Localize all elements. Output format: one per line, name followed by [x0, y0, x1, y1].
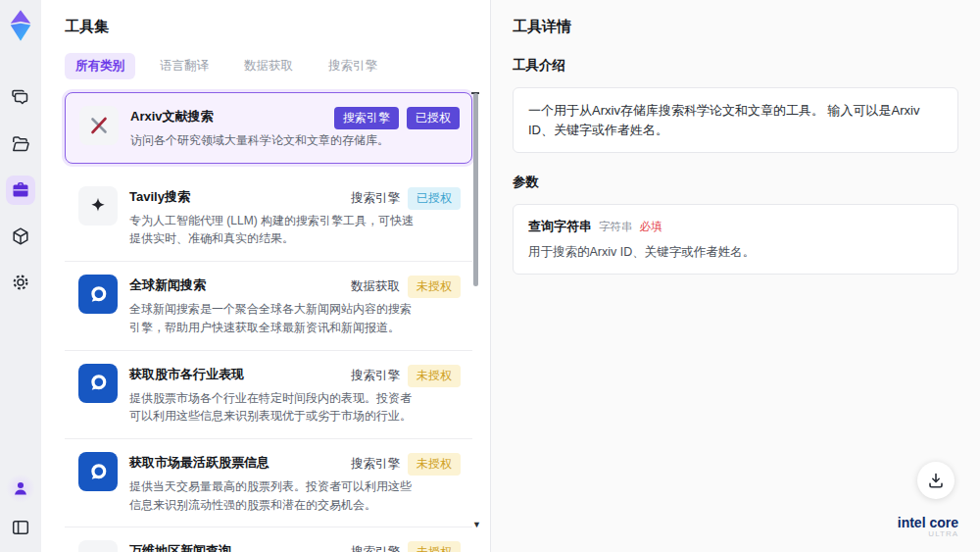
cube-icon[interactable] [6, 222, 35, 251]
tool-description: 提供股票市场各个行业在特定时间段内的表现。投资者可以利用这些信息来识别表现优于或… [129, 389, 419, 426]
tool-description: 提供当天交易量最高的股票列表。投资者可以利用这些信息来识别流动性强的股票和潜在的… [129, 477, 419, 514]
arxiv-icon [79, 106, 119, 145]
tool-auth-badge: 已授权 [408, 187, 461, 210]
tool-tags: 搜索引擎已授权 [351, 187, 461, 210]
tool-category-tag: 搜索引擎 [351, 544, 400, 552]
building-icon [78, 540, 118, 552]
download-button[interactable] [917, 462, 955, 499]
rail-bottom [6, 474, 35, 542]
tab-0[interactable]: 所有类别 [65, 53, 135, 79]
tool-card[interactable]: 获取市场最活跃股票信息提供当天交易量最高的股票列表。投资者可以利用这些信息来识别… [65, 439, 472, 527]
tool-list: Arxiv文献搜索访问各个研究领域大量科学论文和文章的存储库。搜索引擎已授权Ta… [65, 92, 472, 552]
tool-category-tag: 搜索引擎 [351, 190, 400, 207]
news-bubble-icon [78, 275, 118, 314]
tool-description: 访问各个研究领域大量科学论文和文章的存储库。 [130, 131, 420, 150]
news-bubble-icon [78, 364, 118, 403]
tool-card[interactable]: Tavily搜索专为人工智能代理 (LLM) 构建的搜索引擎工具，可快速提供实时… [65, 174, 472, 262]
toolbox-icon[interactable] [6, 176, 35, 205]
category-tabs: 所有类别语言翻译数据获取搜索引擎 [65, 53, 490, 79]
download-icon [927, 472, 945, 489]
tool-card[interactable]: 获取股市各行业表现提供股票市场各个行业在特定时间段内的表现。投资者可以利用这些信… [65, 351, 472, 439]
param-type: 字符串 [599, 220, 633, 234]
tab-2[interactable]: 数据获取 [233, 53, 304, 79]
tool-list-pane: 工具集 所有类别语言翻译数据获取搜索引擎 Arxiv文献搜索访问各个研究领域大量… [41, 0, 490, 552]
tool-card[interactable]: 万维地区新闻查询查询具体行政区划内的新闻，快速了解各地新闻动搜索引擎未授权 [65, 527, 472, 552]
intel-brand-text: intel core [898, 515, 958, 530]
scrollbar-thumb[interactable] [473, 93, 478, 286]
tool-category-tag: 搜索引擎 [351, 368, 400, 384]
tool-tags: 数据获取未授权 [351, 276, 461, 298]
app-logo [6, 9, 35, 42]
tool-card[interactable]: Arxiv文献搜索访问各个研究领域大量科学论文和文章的存储库。搜索引擎已授权 [65, 92, 472, 164]
rail-nav [6, 83, 35, 297]
tool-description: 专为人工智能代理 (LLM) 构建的搜索引擎工具，可快速提供实时、准确和真实的结… [129, 212, 419, 248]
tab-1[interactable]: 语言翻译 [149, 53, 220, 79]
tool-auth-badge: 未授权 [408, 453, 461, 476]
param-required-flag: 必填 [640, 220, 662, 234]
tool-card[interactable]: 全球新闻搜索全球新闻搜索是一个聚合全球各大新闻网站内容的搜索引擎，帮助用户快速获… [65, 262, 472, 350]
intro-heading: 工具介绍 [513, 57, 958, 75]
scroll-down-indicator[interactable]: ▼ [472, 520, 481, 529]
param-card: 查询字符串 字符串 必填 用于搜索的Arxiv ID、关键字或作者姓名。 [513, 204, 958, 275]
folder-icon[interactable] [6, 129, 35, 159]
detail-title: 工具详情 [513, 18, 958, 36]
intel-core-logo: intel core ULTRA [898, 516, 958, 539]
left-rail [0, 0, 41, 552]
params-heading: 参数 [513, 174, 958, 191]
tab-3[interactable]: 搜索引擎 [318, 53, 388, 79]
tool-detail-pane: 工具详情 工具介绍 一个用于从Arxiv存储库搜索科学论文和文章的工具。 输入可… [490, 0, 980, 552]
chat-icon[interactable] [6, 83, 35, 113]
tool-auth-badge: 未授权 [408, 276, 461, 298]
param-name: 查询字符串 [528, 218, 592, 235]
intel-brand-subtext: ULTRA [898, 530, 958, 539]
tool-category-tag: 搜索引擎 [334, 107, 399, 129]
tool-category-tag: 搜索引擎 [351, 456, 400, 473]
tool-category-tag: 数据获取 [351, 278, 400, 295]
tool-description: 全球新闻搜索是一个聚合全球各大新闻网站内容的搜索引擎，帮助用户快速获取全球最新资… [129, 300, 419, 336]
page-title: 工具集 [65, 18, 490, 36]
tool-intro-card: 一个用于从Arxiv存储库搜索科学论文和文章的工具。 输入可以是Arxiv ID… [513, 87, 958, 153]
settings-icon[interactable] [6, 268, 35, 297]
tool-auth-badge: 未授权 [408, 541, 461, 552]
tool-tags: 搜索引擎未授权 [351, 365, 461, 387]
tool-tags: 搜索引擎未授权 [351, 541, 461, 552]
user-icon[interactable] [6, 474, 35, 503]
sparkle-icon [78, 186, 118, 226]
tool-tags: 搜索引擎已授权 [334, 107, 460, 129]
param-description: 用于搜索的Arxiv ID、关键字或作者姓名。 [528, 244, 943, 261]
news-bubble-icon [78, 452, 118, 491]
tool-auth-badge: 已授权 [407, 107, 460, 129]
tool-tags: 搜索引擎未授权 [351, 453, 461, 476]
tool-auth-badge: 未授权 [408, 365, 461, 387]
panel-toggle-icon[interactable] [6, 513, 35, 542]
